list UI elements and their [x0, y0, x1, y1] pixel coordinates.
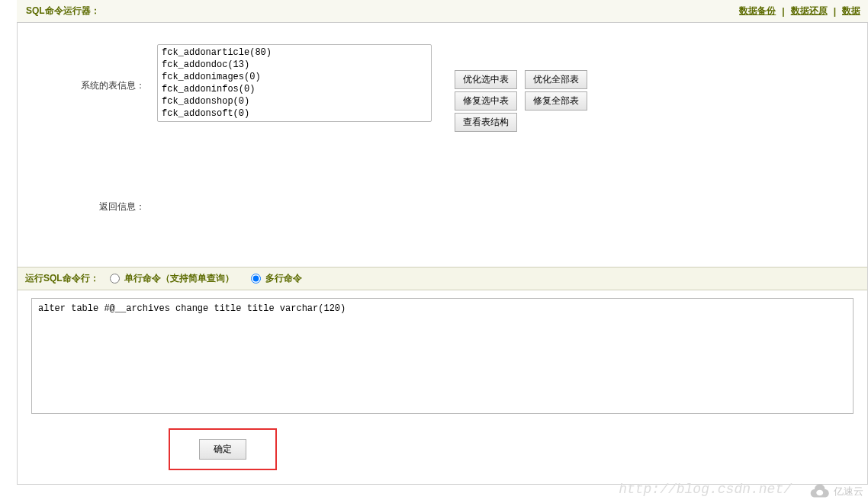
main-panel: 系统的表信息： fck_addonarticle(80) fck_addondo…: [17, 23, 868, 485]
link-restore[interactable]: 数据还原: [791, 5, 828, 18]
header-bar: SQL命令运行器： 数据备份 | 数据还原 | 数据: [17, 0, 868, 23]
link-backup[interactable]: 数据备份: [739, 5, 776, 18]
table-option[interactable]: fck_addonimages(0): [159, 71, 429, 83]
watermark-logo: 亿速云: [808, 483, 863, 500]
submit-button[interactable]: 确定: [199, 439, 246, 460]
view-structure-button[interactable]: 查看表结构: [455, 113, 517, 132]
optimize-all-button[interactable]: 优化全部表: [525, 70, 587, 89]
row-return-info: 返回信息：: [31, 132, 854, 267]
table-option[interactable]: fck_addonsoft(0): [159, 107, 429, 120]
radio-single-line[interactable]: [110, 274, 120, 284]
header-links: 数据备份 | 数据还原 | 数据: [739, 5, 860, 18]
table-option[interactable]: fck_addoninfos(0): [159, 83, 429, 95]
submit-highlight-box: 确定: [169, 428, 277, 470]
link-separator: |: [779, 6, 787, 17]
table-action-buttons: 优化选中表 优化全部表 修复选中表 修复全部表 查看表结构: [439, 44, 587, 132]
page-title: SQL命令运行器：: [26, 5, 100, 18]
repair-selected-button[interactable]: 修复选中表: [455, 91, 517, 111]
cloud-icon: [808, 483, 831, 500]
radio-single-line-label[interactable]: 单行命令（支持简单查询）: [124, 272, 234, 285]
sql-input[interactable]: [31, 298, 854, 414]
repair-all-button[interactable]: 修复全部表: [525, 91, 587, 111]
table-option[interactable]: fck_addonshop(0): [159, 95, 429, 107]
return-info-label: 返回信息：: [31, 200, 149, 213]
watermark-logo-text: 亿速云: [834, 485, 863, 498]
radio-multi-line[interactable]: [251, 274, 261, 284]
optimize-selected-button[interactable]: 优化选中表: [455, 70, 517, 89]
table-select[interactable]: fck_addonarticle(80) fck_addondoc(13) fc…: [157, 44, 432, 122]
table-info-label: 系统的表信息：: [31, 44, 149, 92]
sql-mode-row: 运行SQL命令行： 单行命令（支持简单查询） 多行命令: [18, 267, 867, 290]
table-option[interactable]: fck_addondoc(13): [159, 59, 429, 71]
row-table-info: 系统的表信息： fck_addonarticle(80) fck_addondo…: [31, 23, 854, 132]
table-option[interactable]: fck_addonarticle(80): [159, 46, 429, 59]
submit-row: 确定: [31, 416, 854, 470]
sql-mode-label: 运行SQL命令行：: [25, 272, 104, 285]
link-extra[interactable]: 数据: [842, 5, 860, 18]
link-separator: |: [831, 6, 839, 17]
radio-multi-line-label[interactable]: 多行命令: [265, 272, 302, 285]
